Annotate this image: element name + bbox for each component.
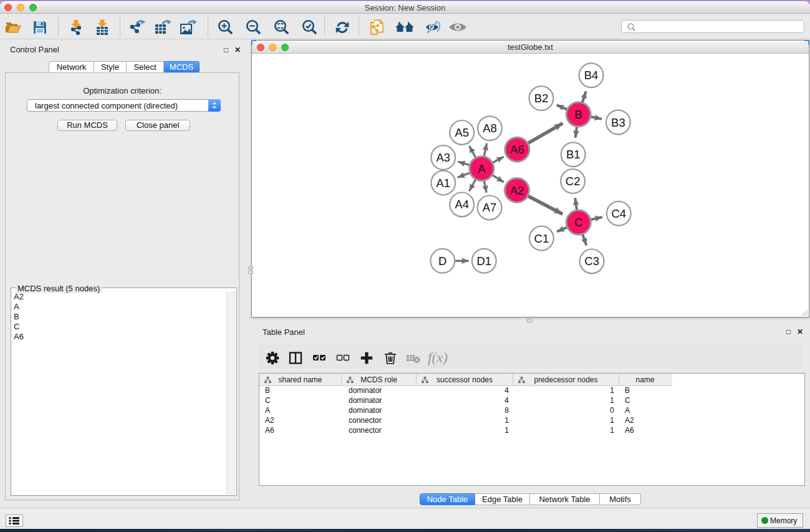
svg-text:C4: C4 [611,207,626,220]
svg-text:C: C [574,216,582,229]
svg-text:B2: B2 [534,92,549,105]
svg-text:A: A [478,162,486,175]
svg-text:A3: A3 [436,151,450,164]
svg-text:D1: D1 [476,254,491,268]
svg-text:A1: A1 [436,177,450,190]
svg-text:A4: A4 [455,198,469,211]
svg-text:B3: B3 [611,116,625,129]
svg-text:A5: A5 [455,126,469,139]
svg-text:D: D [438,254,446,268]
svg-text:C2: C2 [566,175,581,188]
svg-text:A8: A8 [483,122,497,135]
svg-text:B1: B1 [566,148,581,161]
svg-text:B4: B4 [584,69,599,82]
svg-text:A6: A6 [510,143,524,156]
svg-text:C1: C1 [534,232,549,245]
svg-text:A2: A2 [510,184,524,197]
svg-text:A7: A7 [483,201,497,214]
svg-text:C3: C3 [584,254,599,268]
svg-text:B: B [575,108,582,121]
